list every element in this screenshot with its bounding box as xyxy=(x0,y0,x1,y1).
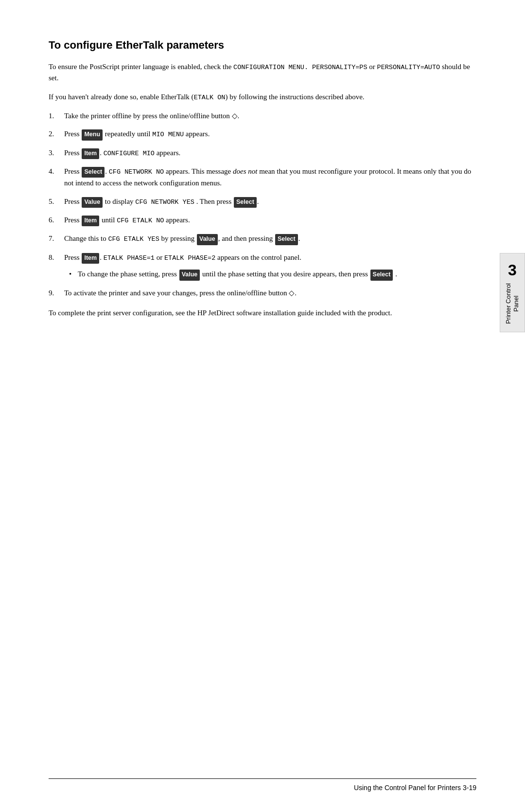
step-5-num: 5. xyxy=(49,196,54,207)
code-cfg-network-no: CFG NETWORK NO xyxy=(109,168,164,176)
page-title: To configure EtherTalk parameters xyxy=(49,39,476,52)
step-1-text: Take the printer offline by press the on… xyxy=(64,112,239,120)
code-cfg-etalk-yes: CFG ETALK YES xyxy=(108,235,159,243)
code-personality-auto: PERSONALITY=AUTO xyxy=(377,64,440,71)
step-1: 1. Take the printer offline by press the… xyxy=(49,110,476,122)
step-9: 9. To activate the printer and save your… xyxy=(49,288,476,299)
sidebar-tab: 3 Printer Control Panel xyxy=(500,253,525,332)
step-4-does-italic: does not xyxy=(233,167,257,175)
intro-or: or xyxy=(369,63,375,71)
code-cfg-etalk-no: CFG ETALK NO xyxy=(117,217,164,224)
step-6: 6. Press Item until CFG ETALK NO appears… xyxy=(49,215,476,226)
step-6-text: Press Item until CFG ETALK NO appears. xyxy=(64,216,190,224)
step-1-num: 1. xyxy=(49,110,54,122)
step-9-text: To activate the printer and save your ch… xyxy=(64,289,297,297)
footer-divider xyxy=(49,778,476,779)
closing-paragraph: To complete the print server configurati… xyxy=(49,307,476,319)
value-button-label-7: Value xyxy=(197,234,218,245)
step-3-text: Press Item. CONFIGURE MIO appears. xyxy=(64,149,180,157)
step-5-text: Press Value to display CFG NETWORK YES .… xyxy=(64,198,259,205)
sidebar-line1: Printer Control xyxy=(505,283,512,324)
step-6-num: 6. xyxy=(49,215,54,226)
page: To configure EtherTalk parameters To ens… xyxy=(0,0,525,812)
item-button-label-3: Item xyxy=(82,148,99,159)
value-button-label-8-bullet: Value xyxy=(179,270,200,280)
select-button-label-8-bullet: Select xyxy=(370,270,393,280)
step-3-num: 3. xyxy=(49,147,54,159)
code-etalk-on: ETALK ON xyxy=(194,94,226,101)
step-5: 5. Press Value to display CFG NETWORK YE… xyxy=(49,196,476,208)
step-2-text: Press Menu repeatedly until MIO MENU app… xyxy=(64,130,210,138)
code-config: CONFIGURATION MENU. PERSONALITY=PS xyxy=(233,64,367,71)
code-etalk-phase-1: ETALK PHASE=1 xyxy=(104,254,155,262)
select-button-label-7: Select xyxy=(275,234,298,245)
step-2: 2. Press Menu repeatedly until MIO MENU … xyxy=(49,128,476,140)
footer-text: Using the Control Panel for Printers 3-1… xyxy=(354,784,476,792)
intro-paragraph-1: To ensure the PostScript printer languag… xyxy=(49,61,476,84)
select-button-label-4: Select xyxy=(82,167,105,178)
step-7: 7. Change this to CFG ETALK YES by press… xyxy=(49,233,476,245)
sidebar-line2: Panel xyxy=(512,295,520,311)
code-cfg-network-yes: CFG NETWORK YES xyxy=(135,198,194,206)
intro-paragraph-2: If you haven't already done so, enable E… xyxy=(49,91,476,103)
step-8-num: 8. xyxy=(49,252,54,263)
select-button-label-5: Select xyxy=(234,197,257,208)
step-8-bullets: To change the phase setting, press Value… xyxy=(64,269,476,280)
item-button-label-8: Item xyxy=(82,253,99,264)
step-7-text: Change this to CFG ETALK YES by pressing… xyxy=(64,235,300,242)
step-2-num: 2. xyxy=(49,128,54,140)
step-8-text: Press Item. ETALK PHASE=1 or ETALK PHASE… xyxy=(64,253,301,261)
step-8-bullet-1: To change the phase setting, press Value… xyxy=(64,269,476,280)
code-etalk-phase-2: ETALK PHASE=2 xyxy=(164,254,215,262)
step-4-text: Press Select. CFG NETWORK NO appears. Th… xyxy=(64,167,471,187)
sidebar-label: Printer Control Panel xyxy=(505,283,520,324)
step-9-num: 9. xyxy=(49,288,54,299)
sidebar-chapter-number: 3 xyxy=(508,261,517,279)
code-configure-mio: CONFIGURE MIO xyxy=(104,150,155,157)
menu-button-label: Menu xyxy=(82,129,103,140)
item-button-label-6: Item xyxy=(82,216,99,226)
code-mio-menu: MIO MENU xyxy=(152,131,184,138)
step-4-num: 4. xyxy=(49,166,54,177)
value-button-label-5: Value xyxy=(82,197,103,208)
steps-list: 1. Take the printer offline by press the… xyxy=(49,110,476,299)
step-3: 3. Press Item. CONFIGURE MIO appears. xyxy=(49,147,476,159)
step-7-num: 7. xyxy=(49,233,54,244)
step-4: 4. Press Select. CFG NETWORK NO appears.… xyxy=(49,166,476,189)
step-8: 8. Press Item. ETALK PHASE=1 or ETALK PH… xyxy=(49,252,476,281)
